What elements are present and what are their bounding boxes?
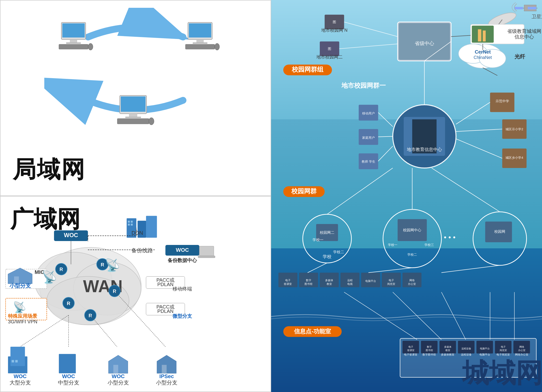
- svg-text:学校二: 学校二: [407, 253, 417, 256]
- svg-text:电脑平台: 电脑平台: [480, 347, 489, 350]
- svg-text:学校一: 学校一: [312, 238, 323, 242]
- svg-text:CerNet: CerNet: [475, 49, 491, 55]
- svg-rect-11: [193, 42, 207, 44]
- svg-text:数字: 数字: [306, 279, 311, 282]
- svg-line-233: [441, 292, 466, 340]
- svg-rect-39: [146, 216, 157, 238]
- svg-text:办公室: 办公室: [518, 349, 525, 352]
- svg-text:网络: 网络: [409, 279, 414, 282]
- svg-line-229: [368, 268, 412, 273]
- svg-line-154: [456, 129, 502, 131]
- svg-text:📡: 📡: [42, 270, 57, 284]
- svg-rect-102: [528, 7, 536, 9]
- svg-line-148: [378, 146, 393, 161]
- svg-text:中型分支: 中型分支: [58, 380, 79, 386]
- svg-text:电视: 电视: [347, 282, 352, 285]
- svg-text:签课室: 签课室: [407, 349, 414, 352]
- svg-point-7: [88, 43, 93, 50]
- svg-rect-87: [162, 365, 167, 373]
- wan-section: 广域网 WAN R R R R R WOC: [0, 196, 271, 392]
- svg-rect-4: [70, 39, 77, 42]
- svg-rect-40: [128, 221, 130, 223]
- lan-title: 局域网: [13, 154, 86, 186]
- svg-text:📡: 📡: [105, 258, 120, 272]
- svg-text:远程: 远程: [347, 279, 352, 282]
- svg-rect-101: [514, 7, 523, 9]
- svg-text:远程设备: 远程设备: [461, 347, 471, 350]
- svg-text:电子: 电子: [285, 279, 290, 282]
- svg-text:微型分支: 微型分支: [172, 313, 192, 319]
- svg-text:地市校园网群一: 地市校园网群一: [341, 82, 386, 89]
- svg-text:网络: 网络: [519, 345, 524, 348]
- svg-text:移动终端: 移动终端: [173, 286, 192, 291]
- svg-text:WOC: WOC: [14, 373, 27, 379]
- svg-text:电子: 电子: [408, 345, 413, 348]
- svg-rect-9: [189, 23, 211, 37]
- svg-text:小型分支: 小型分支: [108, 380, 129, 386]
- svg-text:R: R: [101, 262, 104, 267]
- svg-text:信息中心: 信息中心: [514, 34, 534, 39]
- svg-text:图: 图: [328, 47, 331, 51]
- svg-text:电子: 电子: [501, 345, 505, 348]
- svg-text:• • •: • • •: [444, 233, 455, 241]
- svg-rect-43: [131, 224, 133, 225]
- svg-text:教师 学生: 教师 学生: [362, 160, 375, 163]
- svg-rect-10: [196, 39, 204, 42]
- svg-text:备份线路: 备份线路: [131, 247, 153, 253]
- svg-text:移动用户: 移动用户: [362, 112, 375, 115]
- svg-text:地市教育信息中心: 地市教育信息中心: [406, 147, 442, 152]
- svg-text:电子签课室: 电子签课室: [404, 353, 417, 356]
- svg-point-13: [215, 43, 220, 50]
- svg-rect-108: [478, 29, 481, 41]
- svg-rect-5: [66, 42, 81, 44]
- svg-rect-83: [113, 365, 118, 373]
- svg-text:R: R: [67, 301, 70, 306]
- lan-diagram-svg: [44, 8, 227, 134]
- svg-text:WOC: WOC: [62, 373, 75, 379]
- svg-rect-17: [125, 117, 141, 118]
- svg-text:校园网: 校园网: [494, 229, 505, 233]
- svg-text:图书馆: 图书馆: [304, 282, 312, 285]
- svg-text:多媒体: 多媒体: [325, 279, 333, 282]
- svg-rect-74: [10, 347, 25, 366]
- svg-line-128: [339, 44, 397, 49]
- svg-text:教室: 教室: [326, 282, 332, 285]
- svg-rect-12: [185, 44, 215, 49]
- svg-text:光纤: 光纤: [514, 54, 525, 60]
- svg-text:校园网二: 校园网二: [319, 230, 334, 234]
- svg-text:电脑平台: 电脑平台: [365, 280, 376, 282]
- svg-rect-53: [199, 246, 214, 256]
- svg-text:校园网群: 校园网群: [291, 187, 317, 195]
- svg-text:远程设备: 远程设备: [461, 353, 471, 356]
- svg-text:城区示小学2: 城区示小学2: [505, 127, 523, 131]
- svg-line-231: [344, 292, 417, 340]
- svg-text:城域网: 城域网: [461, 358, 542, 388]
- svg-text:小型分支: 小型分支: [156, 380, 177, 386]
- svg-text:特殊应用场景: 特殊应用场景: [8, 313, 37, 319]
- svg-text:省级中心: 省级中心: [414, 41, 434, 46]
- svg-text:数字: 数字: [427, 345, 432, 348]
- svg-text:数字图书馆: 数字图书馆: [423, 353, 436, 356]
- svg-rect-16: [129, 114, 137, 117]
- svg-text:办公室: 办公室: [408, 282, 416, 285]
- svg-text:电脑平台: 电脑平台: [479, 353, 490, 356]
- svg-text:PDLAN: PDLAN: [157, 282, 173, 287]
- svg-text:示范中学: 示范中学: [495, 99, 509, 103]
- svg-text:城区乡小学4: 城区乡小学4: [505, 156, 523, 159]
- svg-text:图: 图: [332, 20, 336, 24]
- svg-text:省级教育城域网: 省级教育城域网: [507, 28, 541, 34]
- svg-text:图书馆: 图书馆: [425, 349, 433, 352]
- svg-rect-15: [121, 96, 146, 112]
- svg-text:学校三: 学校三: [424, 243, 434, 247]
- main-layout: 局域网 广域网 WAN R R R R R WOC: [0, 0, 542, 392]
- svg-rect-54: [198, 256, 215, 258]
- svg-rect-6: [59, 44, 88, 49]
- metro-full: 校园网群组 卫星通信: [271, 0, 542, 392]
- svg-text:大型分支: 大型分支: [9, 380, 31, 386]
- svg-rect-75: [12, 360, 14, 363]
- svg-line-131: [483, 68, 497, 75]
- svg-text:学校一: 学校一: [388, 243, 397, 247]
- svg-text:学校: 学校: [322, 254, 331, 259]
- svg-rect-3: [62, 23, 85, 37]
- svg-line-146: [378, 112, 393, 127]
